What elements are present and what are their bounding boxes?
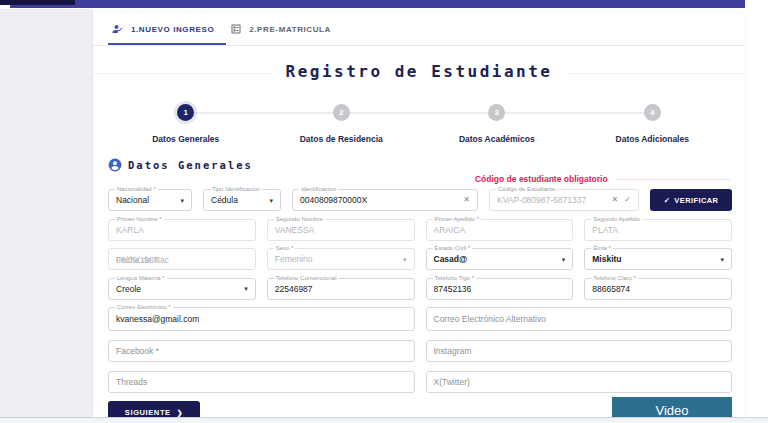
- primer-nombre-input[interactable]: Primer Nombre * KARLA: [108, 219, 256, 241]
- step-label: Datos Académicos: [459, 134, 535, 144]
- step-label: Datos Adicionales: [616, 134, 689, 144]
- tab-bar: 1.NUEVO INGRESO 2.PRE-MATRICULA: [93, 13, 745, 46]
- field-label: Sexo *: [274, 245, 296, 251]
- telefono-tigo-input[interactable]: Telefono Tigo * 87452136: [426, 278, 574, 300]
- etnia-select[interactable]: Étnia * Miskitu ▾: [584, 248, 732, 270]
- primer-apellido-input[interactable]: Primer Apellido * ARAICA: [426, 219, 574, 241]
- field-value: 88665874: [592, 284, 630, 294]
- field-label: Telefono Tigo *: [433, 275, 477, 281]
- field-label: Fecha de Nac: [116, 255, 169, 265]
- field-value: VANESSA: [275, 225, 315, 235]
- chevron-down-icon[interactable]: ▾: [180, 197, 184, 204]
- field-placeholder: Threads: [116, 377, 147, 387]
- chevron-down-icon[interactable]: ▾: [269, 197, 273, 204]
- estado-civil-select[interactable]: Estado Civil * Casad@ ▾: [426, 248, 574, 270]
- field-placeholder: Instagram: [434, 346, 472, 356]
- field-placeholder: X(Twitter): [434, 377, 470, 387]
- field-value: KARLA: [116, 225, 144, 235]
- field-placeholder: Correo Electrónico Alternativo: [434, 314, 546, 324]
- check-icon[interactable]: ✓: [624, 196, 631, 204]
- step-number: 4: [644, 104, 661, 121]
- field-label: Estado Civil *: [433, 245, 473, 251]
- tab-nuevo-ingreso[interactable]: 1.NUEVO INGRESO: [108, 13, 226, 45]
- field-value: 0040809870000X: [300, 195, 367, 205]
- field-value: 22546987: [275, 284, 313, 294]
- field-label: Telefono Claro *: [591, 275, 638, 281]
- field-value: kvanessa@gmail.com: [116, 314, 199, 324]
- field-value: Miskitu: [592, 254, 621, 264]
- step-datos-residencia[interactable]: 2 Datos de Residencia: [264, 104, 420, 144]
- field-label: Correo Electrónico *: [115, 304, 173, 310]
- left-sidebar-panel: [0, 9, 93, 417]
- telefono-claro-input[interactable]: Telefono Claro * 88665874: [584, 278, 732, 300]
- person-circle-icon: [108, 158, 122, 172]
- top-left-navy-bar: [0, 0, 75, 5]
- sexo-select[interactable]: Sexo * Femenino ▾: [267, 248, 415, 270]
- field-value: 87452136: [434, 284, 472, 294]
- field-label: Segundo Apellido: [591, 216, 642, 222]
- verificar-button-label: VERIFICAR: [674, 196, 718, 205]
- section-title: Datos Generales: [128, 159, 253, 171]
- field-label: Código de Estudiante: [496, 186, 557, 192]
- tab-label: 2.PRE-MATRICULA: [249, 25, 331, 34]
- datos-generales-form: Nacionalidad * Nacional ▾ Tipo Identific…: [93, 187, 745, 393]
- chevron-down-icon[interactable]: ▾: [562, 256, 566, 263]
- chevron-down-icon[interactable]: ▾: [403, 256, 407, 263]
- instagram-input[interactable]: Instagram: [426, 340, 733, 362]
- telefono-convencional-input[interactable]: Telefono Convencional 22546987: [267, 278, 415, 300]
- tab-label: 1.NUEVO INGRESO: [131, 25, 214, 34]
- step-label: Datos Generales: [152, 134, 219, 144]
- clear-icon[interactable]: ✕: [463, 196, 470, 204]
- step-number: 1: [177, 104, 194, 121]
- field-value: KVAP-080987-6871337: [497, 195, 586, 205]
- field-label: Telefono Convencional: [274, 275, 339, 281]
- top-accent-bar: [10, 0, 745, 8]
- field-label: Primer Apellido *: [433, 216, 481, 222]
- step-datos-academicos[interactable]: 3 Datos Académicos: [419, 104, 575, 144]
- threads-input[interactable]: Threads: [108, 371, 415, 393]
- chevron-down-icon[interactable]: ▾: [244, 285, 248, 292]
- tipo-identificacion-select[interactable]: Tipo Identificacion Cédula ▾: [203, 189, 281, 211]
- form-actions: SIGUIENTE ❯ Video: [93, 393, 745, 417]
- clear-icon[interactable]: ✕: [612, 196, 619, 204]
- siguiente-button[interactable]: SIGUIENTE ❯: [108, 401, 200, 417]
- identificacion-input[interactable]: Identificacion 0040809870000X ✕: [292, 189, 478, 211]
- verificar-button[interactable]: ✓ VERIFICAR: [650, 189, 732, 211]
- field-label: Lengua Materna *: [115, 275, 167, 281]
- chevron-down-icon[interactable]: ▾: [720, 256, 724, 263]
- page-title-row: Registro de Estudiante: [93, 62, 745, 84]
- field-label: Étnia *: [591, 245, 613, 251]
- facebook-input[interactable]: Facebook *: [108, 340, 415, 362]
- step-number: 3: [488, 104, 505, 121]
- lengua-materna-select[interactable]: Lengua Materna * Creole ▾: [108, 278, 256, 300]
- field-label: Nacionalidad *: [115, 186, 158, 192]
- field-value: Femenino: [275, 254, 313, 264]
- siguiente-button-label: SIGUIENTE: [125, 408, 171, 417]
- correo-electronico-input[interactable]: Correo Electrónico * kvanessa@gmail.com: [108, 307, 415, 331]
- field-label: Tipo Identificacion: [210, 186, 262, 192]
- tab-pre-matricula[interactable]: 2.PRE-MATRICULA: [226, 13, 343, 45]
- step-datos-generales[interactable]: 1 Datos Generales: [108, 104, 264, 144]
- video-button[interactable]: Video: [612, 397, 732, 417]
- field-value: Casad@: [434, 254, 468, 264]
- main-card: 1.NUEVO INGRESO 2.PRE-MATRICULA Registro…: [93, 13, 745, 417]
- field-label: Identificacion: [299, 186, 338, 192]
- x-twitter-input[interactable]: X(Twitter): [426, 371, 733, 393]
- field-label: Primer Nombre *: [115, 216, 164, 222]
- correo-alternativo-input[interactable]: Correo Electrónico Alternativo: [426, 307, 733, 331]
- field-value: ARAICA: [434, 225, 466, 235]
- stepper: 1 Datos Generales 2 Datos de Residencia …: [108, 104, 730, 144]
- field-label: Segundo Nombre: [274, 216, 325, 222]
- fecha-nacimiento-input[interactable]: 08/09/1987 Fecha de Nac: [108, 248, 256, 270]
- codigo-estudiante-input[interactable]: Código de Estudiante KVAP-080987-6871337…: [489, 189, 639, 211]
- ballot-icon: [230, 23, 242, 35]
- section-header: Datos Generales: [108, 158, 745, 172]
- segundo-apellido-input[interactable]: Segundo Apellido PLATA: [584, 219, 732, 241]
- field-value: PLATA: [592, 225, 618, 235]
- step-number: 2: [333, 104, 350, 121]
- segundo-nombre-input[interactable]: Segundo Nombre VANESSA: [267, 219, 415, 241]
- step-datos-adicionales[interactable]: 4 Datos Adicionales: [575, 104, 731, 144]
- nacionalidad-select[interactable]: Nacionalidad * Nacional ▾: [108, 189, 192, 211]
- field-placeholder: Facebook *: [116, 346, 159, 356]
- required-code-notice: Código de estudiante obligatorio: [475, 174, 608, 184]
